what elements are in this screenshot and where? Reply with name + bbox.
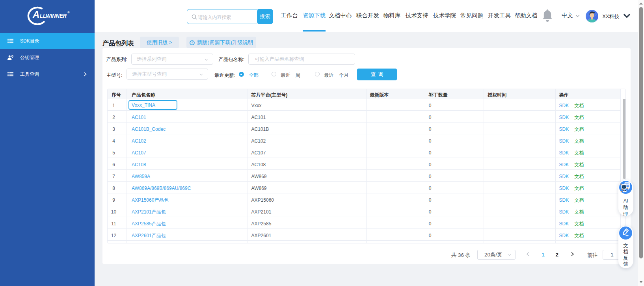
svg-text:A: A [32, 9, 39, 20]
svg-text:LLWINNER: LLWINNER [40, 12, 67, 19]
svg-text:®: ® [67, 11, 70, 14]
